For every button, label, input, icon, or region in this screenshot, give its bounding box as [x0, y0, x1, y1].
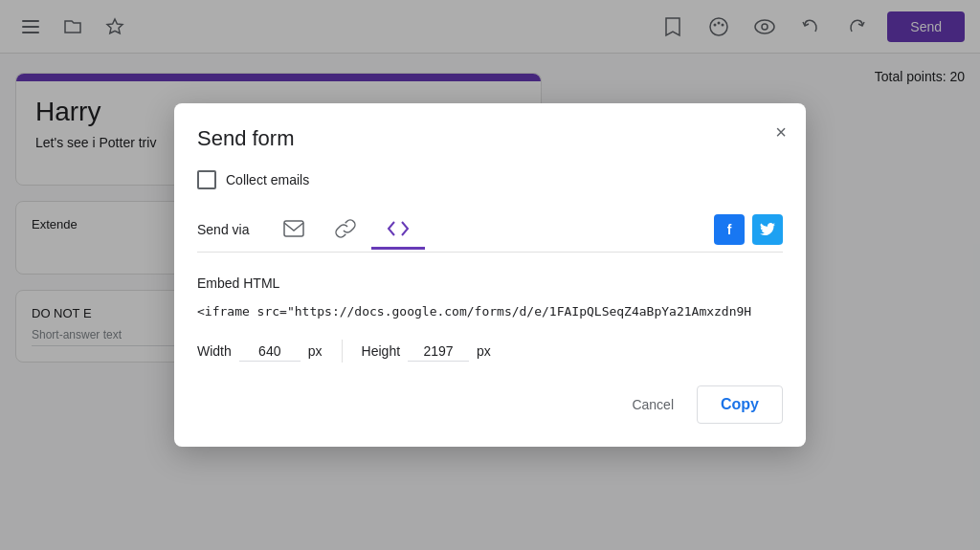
modal-overlay: Send form × Collect emails Send via — [0, 0, 980, 550]
dialog-actions: Cancel Copy — [197, 385, 783, 424]
embed-html-label: Embed HTML — [197, 275, 783, 291]
twitter-icon[interactable] — [752, 214, 783, 245]
dialog-title: Send form — [197, 126, 783, 151]
dim-separator — [342, 340, 343, 363]
height-label: Height — [362, 343, 400, 359]
social-icons: f — [714, 214, 783, 245]
height-input[interactable] — [408, 341, 469, 362]
close-button[interactable]: × — [775, 122, 787, 142]
collect-emails-label: Collect emails — [226, 172, 309, 187]
width-unit: px — [308, 343, 323, 359]
collect-emails-row: Collect emails — [197, 170, 783, 189]
send-via-row: Send via f — [197, 209, 783, 253]
tab-link[interactable] — [320, 209, 371, 252]
tab-email[interactable] — [268, 210, 320, 250]
width-input[interactable] — [239, 341, 301, 362]
facebook-icon[interactable]: f — [714, 214, 745, 245]
svg-rect-9 — [284, 221, 303, 236]
height-unit: px — [477, 343, 491, 359]
send-via-tabs — [268, 209, 695, 252]
send-form-dialog: Send form × Collect emails Send via — [174, 103, 806, 448]
collect-emails-checkbox[interactable] — [197, 170, 216, 189]
embed-section: Embed HTML <iframe src="https://docs.goo… — [197, 275, 783, 321]
embed-code-text: <iframe src="https://docs.google.com/for… — [197, 302, 783, 321]
width-label: Width — [197, 343, 232, 359]
cancel-button[interactable]: Cancel — [616, 389, 689, 420]
copy-button[interactable]: Copy — [697, 385, 783, 424]
send-via-label: Send via — [197, 222, 249, 237]
tab-embed[interactable] — [371, 210, 425, 250]
dimensions-row: Width px Height px — [197, 340, 783, 363]
